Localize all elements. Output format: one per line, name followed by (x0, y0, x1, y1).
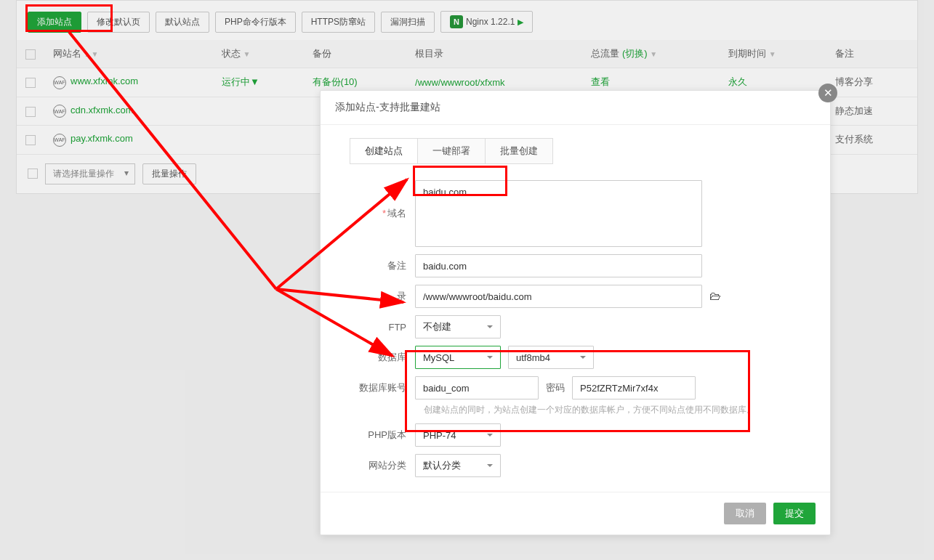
close-icon[interactable]: ✕ (818, 84, 837, 102)
annotation-arrow (0, 0, 934, 560)
svg-line-0 (69, 32, 276, 289)
svg-line-1 (276, 179, 407, 289)
